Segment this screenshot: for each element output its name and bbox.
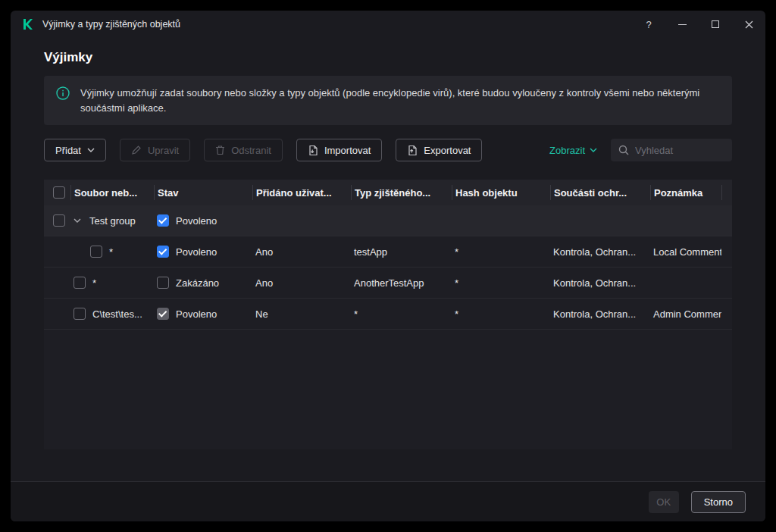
search-box — [611, 139, 732, 161]
file-value: * — [92, 277, 96, 289]
file-value: * — [109, 246, 113, 258]
file-value: C\test\tes... — [92, 308, 142, 320]
import-button[interactable]: Importovat — [296, 139, 382, 161]
ok-button[interactable]: OK — [649, 491, 679, 513]
column-header-added-by-user[interactable]: Přidáno uživat... — [252, 185, 351, 200]
show-dropdown-label: Zobrazit — [549, 145, 585, 156]
cell-status: Zakázáno — [154, 277, 252, 289]
cell-object-type: testApp — [351, 246, 452, 258]
exclusions-window: Výjimky a typy zjištěných objektů ? Výji… — [11, 11, 765, 521]
export-button[interactable]: Exportovat — [396, 139, 482, 161]
cell-components: Kontrola, Ochran... — [550, 277, 650, 289]
status-checkbox[interactable] — [157, 308, 169, 320]
row-checkbox[interactable] — [74, 277, 86, 289]
cell-group-name: Test group — [70, 215, 154, 227]
window-controls: ? — [643, 18, 755, 30]
delete-button-label: Odstranit — [231, 145, 271, 156]
status-checkbox[interactable] — [157, 277, 169, 289]
cell-components: Kontrola, Ochran... — [550, 308, 650, 320]
table-row[interactable]: * Zakázáno Ano AnotherTestApp * Kontrola… — [44, 268, 732, 299]
status-label: Povoleno — [176, 215, 217, 227]
cell-components: Kontrola, Ochran... — [550, 246, 650, 258]
column-header-hash[interactable]: Hash objektu — [452, 185, 550, 200]
close-icon — [745, 20, 753, 29]
cell-status: Povoleno — [154, 214, 252, 227]
status-checkbox[interactable] — [157, 214, 169, 227]
cell-select — [44, 214, 70, 227]
select-all-checkbox[interactable] — [53, 186, 65, 199]
header-select-all — [44, 185, 70, 200]
toolbar: Přidat Upravit Odstranit Importovat Expo… — [44, 139, 732, 161]
info-text: Výjimky umožňují zadat soubory nebo slož… — [80, 86, 720, 115]
status-label: Zakázáno — [176, 277, 219, 289]
table-header: Soubor neb... Stav Přidáno uživat... Typ… — [44, 180, 732, 205]
pencil-icon — [131, 145, 142, 155]
status-label: Povoleno — [176, 246, 217, 258]
row-checkbox[interactable] — [53, 214, 65, 227]
cell-object-type: AnotherTestApp — [351, 277, 452, 289]
group-name: Test group — [89, 215, 136, 227]
close-button[interactable] — [743, 18, 755, 30]
search-icon — [618, 145, 629, 155]
page-title: Výjimky — [44, 50, 732, 65]
dialog-footer: OK Storno — [11, 481, 765, 521]
cell-object-type: * — [351, 308, 452, 320]
table-group-row[interactable]: Test group Povoleno — [44, 205, 732, 236]
cell-file: * — [70, 246, 154, 258]
column-header-file[interactable]: Soubor neb... — [70, 185, 154, 200]
column-header-status[interactable]: Stav — [154, 185, 252, 200]
cell-hash: * — [452, 246, 550, 258]
import-icon — [308, 145, 318, 156]
column-header-comment[interactable]: Poznámka — [650, 185, 721, 200]
kaspersky-logo-icon — [21, 17, 35, 31]
chevron-down-icon[interactable] — [74, 218, 81, 223]
info-icon — [56, 86, 70, 103]
cell-comment: Admin Comment — [650, 308, 721, 320]
cell-hash: * — [452, 308, 550, 320]
status-checkbox[interactable] — [157, 246, 169, 258]
cell-added-by-user: Ano — [252, 277, 351, 289]
edit-button-label: Upravit — [148, 145, 179, 156]
add-button-label: Přidat — [55, 145, 81, 156]
add-button[interactable]: Přidat — [44, 139, 106, 161]
minimize-button[interactable] — [676, 18, 688, 30]
help-button[interactable]: ? — [643, 18, 655, 30]
cell-comment: Local Comment — [650, 246, 721, 258]
export-button-label: Exportovat — [424, 145, 471, 156]
cell-added-by-user: Ano — [252, 246, 351, 258]
maximize-button[interactable] — [709, 18, 721, 30]
header-scrollbar-gutter — [721, 185, 732, 200]
column-header-components[interactable]: Součásti ochr... — [550, 185, 650, 200]
export-icon — [407, 145, 418, 156]
chevron-down-icon — [590, 148, 597, 152]
maximize-icon — [712, 20, 719, 28]
chevron-down-icon — [87, 148, 95, 152]
table-row[interactable]: C\test\tes... Povoleno Ne * * Kontrola, … — [44, 299, 732, 330]
cell-added-by-user: Ne — [252, 308, 351, 320]
cancel-button[interactable]: Storno — [691, 491, 746, 513]
delete-button[interactable]: Odstranit — [204, 139, 283, 161]
search-input[interactable] — [635, 145, 724, 156]
show-dropdown[interactable]: Zobrazit — [549, 145, 597, 156]
edit-button[interactable]: Upravit — [120, 139, 190, 161]
minimize-icon — [678, 24, 687, 25]
cell-hash: * — [452, 277, 550, 289]
cell-status: Povoleno — [154, 308, 252, 320]
trash-icon — [215, 145, 225, 155]
status-label: Povoleno — [176, 308, 217, 320]
table-row[interactable]: * Povoleno Ano testApp * Kontrola, Ochra… — [44, 236, 732, 268]
exclusions-table: Soubor neb... Stav Přidáno uživat... Typ… — [44, 180, 732, 449]
row-checkbox[interactable] — [90, 246, 102, 258]
cell-status: Povoleno — [154, 246, 252, 258]
window-title: Výjimky a typy zjištěných objektů — [42, 19, 180, 30]
info-banner: Výjimky umožňují zadat soubory nebo slož… — [44, 76, 732, 125]
table-empty-area — [44, 330, 732, 449]
import-button-label: Importovat — [324, 145, 371, 156]
titlebar: Výjimky a typy zjištěných objektů ? — [11, 11, 765, 38]
cell-file: C\test\tes... — [70, 308, 154, 320]
row-checkbox[interactable] — [74, 308, 86, 320]
cell-file: * — [70, 277, 154, 289]
column-header-object-type[interactable]: Typ zjištěného... — [351, 185, 452, 200]
